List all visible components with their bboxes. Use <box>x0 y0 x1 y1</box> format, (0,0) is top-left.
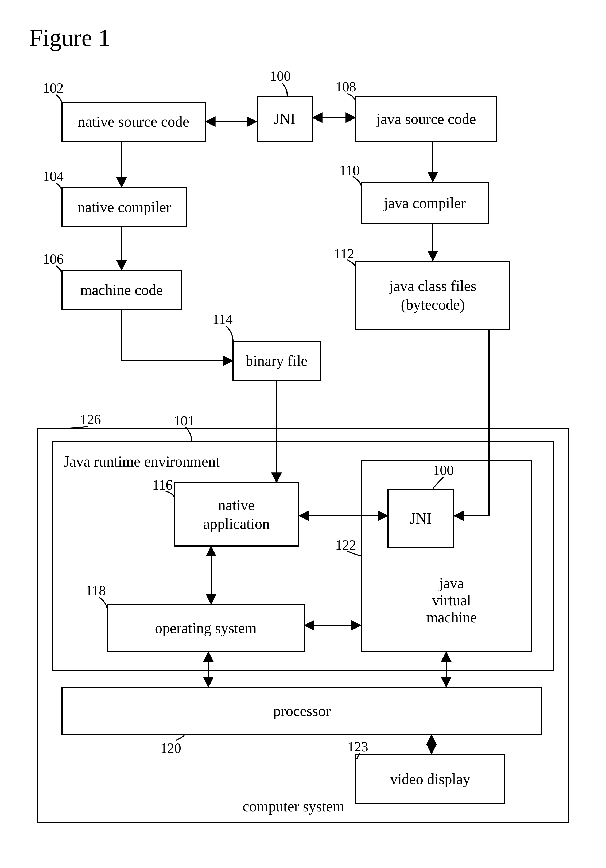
ref-120: 120 <box>160 740 181 756</box>
ref-106: 106 <box>43 251 64 267</box>
ref-101: 101 <box>174 413 195 429</box>
box-java-compiler: java compiler <box>361 182 489 225</box>
box-video-display: video display <box>355 753 505 804</box>
box-native-source: native source code <box>62 102 206 142</box>
jvm-l3: machine <box>417 609 486 626</box>
ref-100-inner: 100 <box>433 462 454 478</box>
ref-114: 114 <box>212 312 233 327</box>
label-jre: Java runtime environment <box>62 453 222 470</box>
diagram-page: Figure 1 native source code JNI java sou… <box>0 0 606 868</box>
jvm-l1: java <box>417 575 486 592</box>
ref-102: 102 <box>43 80 64 96</box>
native-app-l1: native <box>203 496 270 515</box>
ref-122: 122 <box>335 537 356 553</box>
label-jvm: java virtual machine <box>417 575 486 626</box>
box-native-application: native application <box>174 482 299 547</box>
jcf-line2: (bytecode) <box>389 295 477 314</box>
box-java-class-files: java class files (bytecode) <box>355 260 510 330</box>
box-machine-code: machine code <box>62 270 182 310</box>
label-computer-system: computer system <box>240 798 347 815</box>
ref-123: 123 <box>347 739 368 755</box>
ref-108: 108 <box>335 79 356 95</box>
native-app-l2: application <box>203 515 270 533</box>
ref-110: 110 <box>339 163 360 178</box>
ref-112: 112 <box>334 246 354 262</box>
ref-100-top: 100 <box>270 68 291 84</box>
box-jni-inner: JNI <box>387 489 454 548</box>
box-processor: processor <box>62 687 542 735</box>
ref-126: 126 <box>80 412 101 427</box>
figure-title: Figure 1 <box>29 24 110 51</box>
jvm-l2: virtual <box>417 592 486 609</box>
box-binary-file: binary file <box>232 341 321 381</box>
java-class-files-text: java class files (bytecode) <box>389 277 477 314</box>
box-native-compiler: native compiler <box>62 187 187 227</box>
jcf-line1: java class files <box>389 277 477 295</box>
box-jni-top: JNI <box>257 96 313 142</box>
box-java-source: java source code <box>355 96 497 142</box>
box-operating-system: operating system <box>107 604 305 652</box>
ref-118: 118 <box>85 583 106 598</box>
ref-116: 116 <box>152 477 173 493</box>
native-application-text: native application <box>203 496 270 533</box>
ref-104: 104 <box>43 168 64 184</box>
